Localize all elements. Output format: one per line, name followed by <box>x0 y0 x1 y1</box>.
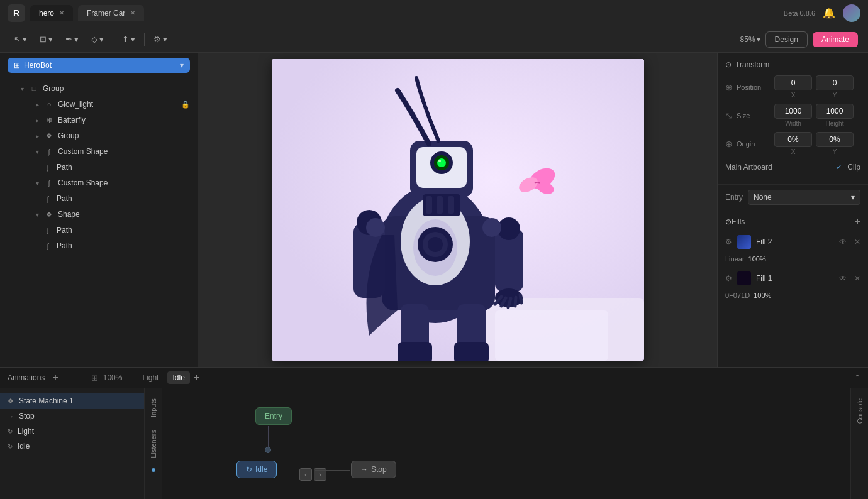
layer-item-path4[interactable]: ∫ Path <box>3 238 195 253</box>
component-icon: ⊞ <box>14 61 20 70</box>
clip-label: Clip <box>847 163 860 172</box>
app-logo[interactable]: R <box>8 4 25 22</box>
fill2-name: Fill 2 <box>756 238 832 246</box>
anim-item-light[interactable]: ↻ Light <box>0 424 144 439</box>
fill1-swatch[interactable] <box>737 271 751 285</box>
anim-item-state-machine[interactable]: ❖ State Machine 1 <box>0 393 144 409</box>
layer-item-path1[interactable]: ∫ Path <box>3 160 195 175</box>
listeners-tab[interactable]: Listeners <box>147 425 160 463</box>
size-w-wrap: Width <box>774 104 812 127</box>
expand-group2[interactable]: ▸ <box>33 131 42 140</box>
layer-item-path3[interactable]: ∫ Path <box>3 222 195 238</box>
fill2-settings-icon[interactable]: ⚙ <box>725 238 732 246</box>
notifications-icon[interactable]: 🔔 <box>823 7 835 19</box>
anim-item-stop[interactable]: → Stop <box>0 409 144 424</box>
stop-name: Stop <box>19 412 35 420</box>
component-selector[interactable]: ⊞ HeroBot ▾ <box>8 58 190 73</box>
fill1-eye[interactable]: 👁 <box>839 274 847 283</box>
transform-collapse[interactable]: ⊙ <box>725 60 732 69</box>
position-x-input[interactable] <box>774 75 812 90</box>
tab-hero-close[interactable]: ✕ <box>59 9 64 16</box>
anim-item-idle[interactable]: ↻ Idle <box>0 439 144 454</box>
size-label: Size <box>737 112 774 119</box>
pen-tool[interactable]: ✒ ▾ <box>62 32 82 47</box>
shape1-name: Shape <box>58 210 190 219</box>
fill2-type-row: Linear 100% <box>718 253 868 268</box>
expand-glow[interactable]: ▸ <box>33 100 42 109</box>
state-node-stop[interactable]: → Stop <box>351 461 396 478</box>
animations-add-button[interactable]: + <box>52 372 58 383</box>
expand-cs1[interactable]: ▾ <box>33 147 42 156</box>
layer-item-group2[interactable]: ▸ ❖ Group <box>3 128 195 143</box>
shape-dropdown: ▾ <box>99 35 104 44</box>
svg-rect-38 <box>495 310 608 361</box>
layer-tree: ▾ □ Group ▸ ○ Glow_light 🔒 ▸ ❋ Batterfly… <box>0 78 198 367</box>
size-h-input[interactable] <box>816 104 854 119</box>
fill1-hex: 0F071D <box>725 292 750 299</box>
fill2-type-label: Linear <box>725 255 745 263</box>
timeline-right-collapse[interactable]: ⌃ <box>854 373 860 382</box>
size-w-label: Width <box>785 120 801 127</box>
state-node-idle[interactable]: ↻ Idle <box>236 461 277 478</box>
glow-name: Glow_light <box>58 100 181 109</box>
animate-button[interactable]: Animate <box>813 32 858 47</box>
component-selector-chevron: ▾ <box>180 61 184 70</box>
zoom-control[interactable]: 85% ▾ <box>740 35 760 44</box>
expand-shape1[interactable]: ▾ <box>33 210 42 219</box>
avatar[interactable] <box>843 4 860 22</box>
fill2-swatch[interactable] <box>737 235 751 249</box>
tab-idle[interactable]: Idle <box>167 371 189 384</box>
select-tool[interactable]: ↖ ▾ <box>10 32 31 47</box>
layer-item-path2[interactable]: ∫ Path <box>3 191 195 206</box>
fill-row-1: ⚙ Fill 1 👁 ✕ <box>718 268 868 289</box>
size-w-input[interactable] <box>774 104 812 119</box>
layer-item-glow-light[interactable]: ▸ ○ Glow_light 🔒 <box>3 97 195 112</box>
frame-tool[interactable]: ⊡ ▾ <box>36 32 57 47</box>
timeline-collapse-icon: ⌃ <box>854 373 860 382</box>
fills-add-button[interactable]: + <box>855 216 860 228</box>
fills-title: Fills <box>732 217 855 226</box>
fill2-delete[interactable]: ✕ <box>854 238 860 246</box>
origin-y-wrap: Y <box>816 132 854 155</box>
position-inputs: X Y <box>774 75 860 99</box>
design-button[interactable]: Design <box>765 31 808 48</box>
title-bar-right: Beta 0.8.6 🔔 <box>784 4 860 22</box>
console-label[interactable]: Console <box>854 393 866 429</box>
bottom-top-bar: Animations + ⊞ 100% Light Idle + ⌃ <box>0 368 868 388</box>
prev-arrow[interactable]: ‹ <box>299 468 312 481</box>
timeline-canvas[interactable]: Entry ↻ Idle ‹ › → Stop <box>162 388 850 499</box>
tab-framer-car-close[interactable]: ✕ <box>130 9 135 16</box>
export-dropdown: ▾ <box>131 35 135 44</box>
state-node-entry[interactable]: Entry <box>255 407 292 425</box>
inputs-tab[interactable]: Inputs <box>147 393 160 422</box>
svg-point-36 <box>366 218 385 237</box>
layer-item-custom-shape2[interactable]: ▾ ∫ Custom Shape <box>3 175 195 190</box>
clip-checkbox[interactable]: ✓ <box>836 163 842 172</box>
fill1-settings-icon[interactable]: ⚙ <box>725 274 732 283</box>
fill2-eye[interactable]: 👁 <box>839 238 847 246</box>
shape-tool[interactable]: ◇ ▾ <box>87 32 108 47</box>
export-icon: ⬆ <box>122 35 129 44</box>
layer-item-group1[interactable]: ▾ □ Group <box>3 81 195 96</box>
state-machine-name: State Machine 1 <box>19 397 74 405</box>
tab-hero[interactable]: hero ✕ <box>30 5 73 21</box>
position-y-input[interactable] <box>816 75 854 90</box>
layer-item-shape1[interactable]: ▾ ❖ Shape <box>3 207 195 222</box>
fills-collapse[interactable]: ⊙ <box>725 217 732 226</box>
layer-item-custom-shape1[interactable]: ▾ ∫ Custom Shape <box>3 144 195 159</box>
settings-tool[interactable]: ⚙ ▾ <box>150 32 171 47</box>
expand-cs2[interactable]: ▾ <box>33 178 42 187</box>
expand-butterfly[interactable]: ▸ <box>33 116 42 124</box>
layer-item-butterfly[interactable]: ▸ ❋ Batterfly <box>3 112 195 128</box>
timeline-add-tab[interactable]: + <box>194 372 199 383</box>
tab-light[interactable]: Light <box>137 371 164 384</box>
entry-select[interactable]: None ▾ <box>748 190 860 205</box>
origin-x-input[interactable] <box>774 132 812 147</box>
export-tool[interactable]: ⬆ ▾ <box>118 32 139 47</box>
tab-framer-car[interactable]: Framer Car ✕ <box>78 5 144 21</box>
origin-y-input[interactable] <box>816 132 854 147</box>
group2-name: Group <box>58 131 190 140</box>
canvas-area[interactable] <box>198 53 717 367</box>
expand-group1[interactable]: ▾ <box>18 84 26 93</box>
fill1-delete[interactable]: ✕ <box>854 274 860 283</box>
